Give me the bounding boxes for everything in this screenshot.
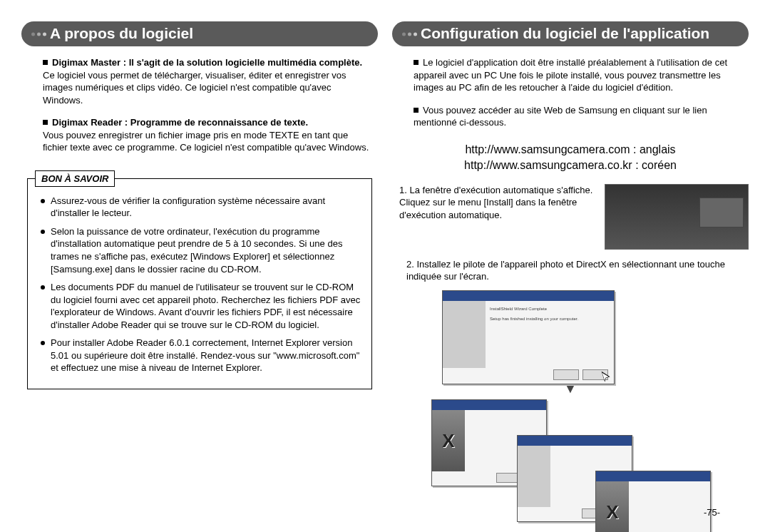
wizard-cluster	[431, 399, 709, 525]
square-bullet-icon	[414, 60, 419, 65]
banner-dots-icon	[402, 32, 417, 36]
paragraph-digimax-reader: Digimax Reader : Programme de reconnaiss…	[43, 116, 371, 154]
cursor-click-icon	[599, 370, 615, 386]
square-bullet-icon	[43, 120, 48, 125]
section-title-left: A propos du logiciel	[21, 21, 378, 46]
url-korean: http://www.samsungcamera.co.kr : coréen	[392, 158, 749, 173]
list-item: Pour installer Adobe Reader 6.0.1 correc…	[38, 337, 361, 374]
square-bullet-icon	[414, 108, 419, 113]
url-block: http://www.samsungcamera.com : anglais h…	[392, 142, 749, 174]
wizard-screenshot-1: InstallShield Wizard CompleteSetup has f…	[442, 290, 615, 384]
info-box: BON À SAVOIR Assurez-vous de vérifier la…	[27, 178, 372, 389]
url-english: http://www.samsungcamera.com : anglais	[392, 142, 749, 158]
intro-paragraph-2: Vous pouvez accéder au site Web de Samsu…	[414, 104, 741, 129]
info-bullet-list: Assurez-vous de vérifier la configuratio…	[38, 195, 361, 374]
list-item: Assurez-vous de vérifier la configuratio…	[38, 195, 361, 220]
installer-screenshot-icon	[605, 184, 749, 250]
banner-dots-icon	[31, 32, 46, 36]
left-title-text: A propos du logiciel	[50, 25, 193, 41]
step-1-text: 1. La fenêtre d'exécution automatique s'…	[392, 184, 597, 222]
list-item: Selon la puissance de votre ordinateur, …	[38, 225, 361, 275]
page-number: -75-	[704, 507, 720, 518]
info-box-title: BON À SAVOIR	[35, 170, 115, 188]
intro-paragraph-1: Le logiciel d'application doit être inst…	[414, 56, 741, 94]
wizard-screenshot-4	[595, 471, 711, 532]
square-bullet-icon	[43, 60, 48, 65]
list-item: Les documents PDF du manuel de l'utilisa…	[38, 281, 361, 331]
paragraph-digimax-master: Digimax Master : Il s'agit de la solutio…	[43, 56, 371, 106]
step-2-text: 2. Installez le pilote de l'appareil pho…	[392, 258, 749, 283]
right-title-text: Configuration du logiciel de l'applicati…	[421, 25, 709, 41]
section-title-right: Configuration du logiciel de l'applicati…	[392, 21, 749, 46]
